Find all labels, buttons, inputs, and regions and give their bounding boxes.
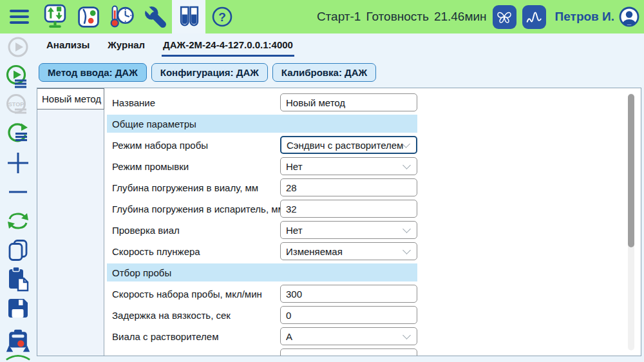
draw-speed-field[interactable]: [280, 285, 417, 303]
evaporator-depth-field[interactable]: [280, 200, 417, 218]
chevron-down-icon: [402, 161, 411, 169]
avatar-icon[interactable]: [618, 6, 640, 28]
selected-value: Сэндвич с растворителем: [287, 140, 403, 151]
menu-icon[interactable]: [10, 7, 29, 26]
valve-icon[interactable]: [71, 0, 105, 33]
status-readout: Старт-1 Готовность 21.46мин: [317, 10, 487, 24]
field-label: Глубина погружения в испаритель, мм: [107, 204, 280, 214]
selected-value: Нет: [286, 161, 404, 172]
chevron-down-icon: [402, 140, 410, 148]
sync-icon[interactable]: [6, 210, 30, 232]
configuration-button[interactable]: Конфигурация: ДАЖ: [151, 63, 268, 82]
main-area: Анализы Журнал ДАЖ-2М-24-4-127.0.0.1:400…: [35, 33, 644, 362]
paste-icon[interactable]: [6, 268, 30, 290]
device-state: Готовность: [366, 10, 428, 24]
readiness-time: 21.46мин: [434, 10, 487, 24]
field-label: Виала с растворителем: [107, 331, 280, 342]
plus-icon[interactable]: [6, 152, 30, 174]
tab-bar: Анализы Журнал ДАЖ-2М-24-4-127.0.0.1:400…: [35, 37, 644, 61]
name-field[interactable]: [280, 93, 417, 111]
chevron-down-icon: [402, 225, 411, 233]
field-label: Скорость набора пробы, мкл/мин: [107, 289, 280, 300]
selected-value: A: [286, 331, 404, 342]
selected-value: Нет: [286, 225, 404, 236]
svg-text:STOP: STOP: [8, 101, 24, 108]
scrollbar[interactable]: [628, 93, 634, 350]
help-icon[interactable]: ?: [205, 0, 239, 33]
tab-journal[interactable]: Журнал: [106, 37, 146, 57]
vial-depth-field[interactable]: [280, 178, 417, 196]
section-sampling: Отбор пробы: [107, 263, 417, 281]
user-name[interactable]: Петров И.: [555, 10, 614, 24]
thermo-clock-icon[interactable]: [105, 0, 138, 33]
field-label: Режим промывки: [107, 161, 280, 172]
selected-value: Изменяемая: [286, 246, 404, 257]
field-label: Режим набора пробы: [107, 140, 280, 151]
field-label: Проверка виал: [107, 225, 280, 236]
save-icon[interactable]: [6, 297, 30, 319]
method-button-row: Метод ввода: ДАЖ Конфигурация: ДАЖ Калиб…: [35, 63, 644, 82]
input-method-button[interactable]: Метод ввода: ДАЖ: [39, 63, 147, 82]
plunger-speed-select[interactable]: Изменяемая: [280, 242, 417, 260]
chevron-down-icon: [402, 331, 411, 339]
method-tab-column: Новый метод: [37, 88, 104, 356]
field-label: Скорость плунжера: [107, 246, 280, 257]
butterfly-icon[interactable]: [493, 5, 516, 29]
tab-analyses[interactable]: Анализы: [45, 37, 91, 57]
sample-mode-select[interactable]: Сэндвич с растворителем: [280, 136, 417, 154]
method-form: Название Общие параметры Режим набора пр…: [104, 88, 641, 356]
tab-new-method[interactable]: Новый метод: [37, 88, 104, 110]
partial-field[interactable]: [280, 348, 417, 356]
restart-queue-icon[interactable]: [6, 123, 30, 145]
wash-mode-select[interactable]: Нет: [280, 157, 417, 175]
svg-text:?: ?: [218, 10, 226, 24]
peak-icon[interactable]: [522, 5, 546, 29]
play-queue-icon[interactable]: [6, 65, 30, 87]
left-toolbar: STOP: [0, 33, 35, 362]
tab-device[interactable]: ДАЖ-2М-24-4-127.0.0.1:4000: [162, 37, 294, 57]
minus-icon[interactable]: [6, 181, 30, 203]
viscosity-delay-field[interactable]: [280, 306, 417, 324]
toolbar: ?: [38, 0, 239, 33]
instrument-exchange-icon[interactable]: [38, 0, 71, 33]
copy-icon[interactable]: [6, 239, 30, 261]
device-name: Старт-1: [317, 10, 361, 24]
vials-icon[interactable]: [172, 0, 205, 33]
play-disabled-icon[interactable]: [6, 36, 30, 58]
top-bar: ? Старт-1 Готовность 21.46мин Петров И.: [0, 0, 644, 33]
chevron-down-icon: [402, 246, 411, 254]
field-label: Название: [107, 97, 280, 108]
field-label: Глубина погружения в виалу, мм: [107, 182, 280, 193]
calibration-button[interactable]: Калибровка: ДАЖ: [272, 63, 376, 82]
field-label: Задержка на вязкость, сек: [107, 310, 280, 321]
scrollbar-thumb[interactable]: [628, 94, 634, 247]
vial-check-select[interactable]: Нет: [280, 221, 417, 239]
section-general: Общие параметры: [107, 115, 417, 133]
method-editor-panel: Новый метод Название Общие параметры Реж…: [37, 88, 641, 356]
device-alert-icon[interactable]: [6, 326, 30, 362]
solvent-vial-select[interactable]: A: [280, 327, 417, 345]
stop-disabled-icon[interactable]: STOP: [6, 94, 30, 116]
wrench-icon[interactable]: [138, 0, 172, 33]
